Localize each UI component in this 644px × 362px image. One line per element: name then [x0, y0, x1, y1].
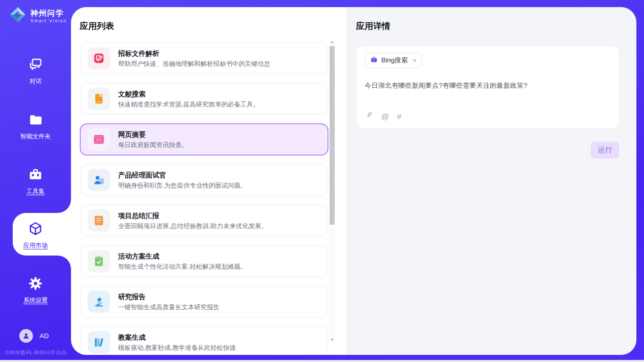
app-name: 教案生成 — [118, 333, 236, 342]
books-icon — [88, 331, 110, 353]
gear-icon — [28, 276, 43, 293]
close-icon[interactable]: × — [413, 57, 417, 64]
sidebar-item-label: 应用市场 — [23, 241, 48, 250]
sidebar-item-settings[interactable]: 系统设置 — [0, 276, 71, 305]
app-list: 招标文件解析 帮助用户快速、准确地理解和解析招标书中的关键信息 文献搜索 快速精… — [80, 43, 328, 355]
app-name: 研究报告 — [118, 292, 220, 302]
app-name: 网页摘要 — [118, 130, 188, 139]
sidebar: 神州问学 Smart Vision 对话 智能文件夹 — [0, 0, 71, 360]
app-description: 每日政府新闻资讯快查。 — [118, 140, 188, 150]
sidebar-item-smart-folder[interactable]: 智能文件夹 — [0, 112, 71, 141]
app-card-bid-parsing[interactable]: 招标文件解析 帮助用户快速、准确地理解和解析招标书中的关键信息 — [80, 43, 328, 74]
run-button[interactable]: 运行 — [591, 141, 619, 159]
app-card-web-summary[interactable]: </> 网页摘要 每日政府新闻资讯快查。 — [80, 124, 328, 155]
window-bottom-edge — [0, 360, 644, 362]
sidebar-item-label: 对话 — [29, 77, 42, 86]
app-list-title: 应用列表 — [80, 20, 114, 32]
avatar — [19, 329, 33, 343]
app-name: 文献搜索 — [118, 89, 259, 99]
interviewer-person-icon — [88, 169, 110, 191]
clipboard-check-icon — [88, 250, 110, 272]
tool-tag-bing-search[interactable]: Bing搜索 × — [365, 53, 422, 68]
sidebar-item-label: 智能文件夹 — [20, 132, 51, 141]
sidebar-item-label: 工具集 — [26, 187, 45, 196]
logo-diamond-icon — [9, 6, 27, 26]
briefcase-icon — [370, 56, 378, 65]
tool-tag-label: Bing搜索 — [381, 56, 408, 65]
scroll-down-icon[interactable]: ▼ — [329, 338, 335, 341]
app-detail-title: 应用详情 — [356, 20, 636, 32]
sidebar-item-label: 系统设置 — [23, 296, 48, 305]
app-name: 招标文件解析 — [118, 49, 270, 58]
paperclip-icon[interactable] — [365, 111, 373, 122]
app-card-activity-plan[interactable]: 活动方案生成 智能生成个性化活动方案,轻松解决规划难题。 — [80, 245, 328, 277]
cube-icon — [28, 221, 43, 238]
at-mention-icon[interactable]: @ — [381, 112, 389, 121]
app-description: 帮助用户快速、准确地理解和解析招标书中的关键信息 — [118, 59, 270, 68]
chat-icon — [28, 57, 43, 74]
prompt-card[interactable]: Bing搜索 × 今日湖北有哪些新闻要点?有哪些需要关注的最新政策? @ # — [356, 46, 620, 129]
note-icon — [88, 209, 110, 232]
sidebar-item-chat[interactable]: 对话 — [0, 57, 71, 86]
app-card-lesson-plan[interactable]: 教案生成 模板驱动,教案秒成,教学准备从此轻松快捷 — [80, 327, 328, 355]
browser-code-icon: </> — [88, 128, 110, 151]
hash-tag-icon[interactable]: # — [397, 112, 401, 121]
app-description: 模板驱动,教案秒成,教学准备从此轻松快捷 — [118, 343, 236, 352]
app-card-research-report[interactable]: 研究报告 一键智能生成高质量长文本研究报告 — [80, 286, 328, 317]
app-detail-panel: 应用详情 Bing搜索 × 今日湖北有哪些新闻要点?有哪些需要关注的最新政策? — [346, 7, 636, 355]
sidebar-item-app-market[interactable]: 应用市场 — [0, 221, 71, 250]
svg-text:</>: </> — [96, 138, 102, 142]
app-name: 项目总结汇报 — [118, 211, 267, 221]
app-description: 一键智能生成高质量长文本研究报告 — [118, 303, 220, 312]
microscope-icon — [88, 291, 110, 313]
user-initials: AD — [40, 332, 49, 340]
app-name: 活动方案生成 — [118, 251, 246, 261]
app-logo: 神州问学 Smart Vision — [9, 6, 67, 26]
logo-subtitle: Smart Vision — [30, 18, 67, 23]
app-card-pm-interviewer[interactable]: 产品经理面试官 明确身份和职责,为您提供专业性的面试问题。 — [80, 164, 328, 196]
logo-title: 神州问学 — [30, 9, 67, 17]
app-description: 明确身份和职责,为您提供专业性的面试问题。 — [118, 181, 246, 190]
book-icon — [88, 88, 110, 110]
toolbox-icon — [28, 167, 43, 184]
sidebar-item-toolset[interactable]: 工具集 — [0, 167, 71, 196]
app-card-literature-search[interactable]: 文献搜索 快速精准查找学术资源,提高研究效率的必备工具。 — [80, 83, 328, 115]
input-toolbar: @ # — [365, 111, 402, 122]
prompt-input[interactable]: 今日湖北有哪些新闻要点?有哪些需要关注的最新政策? — [365, 81, 611, 90]
app-list-scrollbar[interactable]: ▲ ▼ — [329, 39, 335, 343]
app-list-panel: 应用列表 招标文件解析 帮助用户快速、准确地理解和解析招标书中的关键信息 — [71, 7, 346, 355]
user-account[interactable]: AD — [19, 329, 49, 343]
app-description: 智能生成个性化活动方案,轻松解决规划难题。 — [118, 262, 246, 271]
app-description: 快速精准查找学术资源,提高研究效率的必备工具。 — [118, 100, 259, 109]
app-description: 全面回顾项目进展,总结经验教训,助力未来优化发展。 — [118, 222, 267, 231]
bid-document-edit-icon — [88, 47, 110, 69]
app-name: 产品经理面试官 — [118, 170, 246, 180]
folder-icon — [28, 112, 43, 129]
scrollbar-thumb[interactable] — [330, 46, 335, 225]
scroll-up-icon[interactable]: ▲ — [329, 40, 335, 44]
copyright-footer: ©神州数码·神州问学出品 — [5, 349, 67, 356]
app-card-project-summary[interactable]: 项目总结汇报 全面回顾项目进展,总结经验教训,助力未来优化发展。 — [80, 205, 328, 236]
main-panel: 应用列表 招标文件解析 帮助用户快速、准确地理解和解析招标书中的关键信息 — [71, 7, 636, 355]
